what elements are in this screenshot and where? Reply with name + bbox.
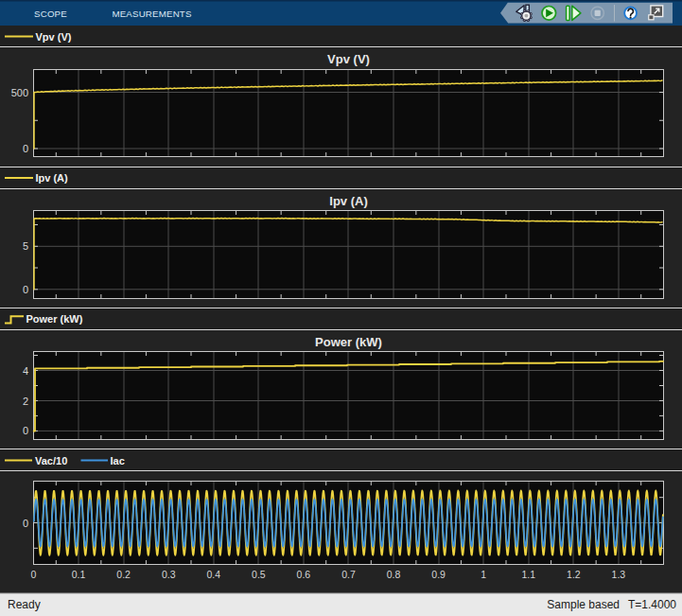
svg-text:0.4: 0.4 — [206, 569, 220, 580]
svg-text:0.5: 0.5 — [252, 569, 266, 580]
svg-text:Vac/10: Vac/10 — [35, 455, 67, 466]
svg-text:2: 2 — [23, 396, 28, 407]
svg-text:Power (kW): Power (kW) — [26, 313, 83, 325]
svg-text:0.9: 0.9 — [431, 569, 446, 580]
svg-text:Ipv (A): Ipv (A) — [36, 172, 69, 184]
svg-text:Iac: Iac — [111, 455, 125, 466]
svg-text:500: 500 — [11, 87, 28, 98]
svg-text:Ready: Ready — [8, 598, 41, 611]
svg-text:4: 4 — [23, 365, 28, 377]
svg-text:1: 1 — [481, 569, 486, 580]
svg-text:0: 0 — [23, 425, 28, 436]
svg-text:1.3: 1.3 — [612, 569, 626, 580]
svg-text:SCOPE: SCOPE — [34, 9, 67, 19]
svg-text:Power (kW): Power (kW) — [315, 335, 382, 349]
svg-text:5: 5 — [23, 240, 28, 252]
svg-text:Vpv (V): Vpv (V) — [327, 52, 370, 66]
svg-text:0.3: 0.3 — [162, 569, 176, 580]
svg-text:0: 0 — [31, 569, 37, 580]
svg-text:1.2: 1.2 — [567, 569, 581, 580]
svg-text:0.7: 0.7 — [341, 569, 356, 580]
svg-text:Ipv (A): Ipv (A) — [329, 194, 367, 208]
svg-text:0: 0 — [23, 143, 28, 154]
svg-text:1.1: 1.1 — [521, 569, 535, 580]
svg-text:T=1.4000: T=1.4000 — [628, 598, 676, 611]
svg-text:Vpv (V): Vpv (V) — [36, 31, 72, 43]
svg-text:0.1: 0.1 — [72, 569, 86, 580]
svg-text:0.6: 0.6 — [297, 569, 311, 580]
svg-text:0.2: 0.2 — [116, 569, 131, 580]
svg-text:0: 0 — [23, 284, 28, 295]
svg-text:MEASUREMENTS: MEASUREMENTS — [112, 9, 192, 19]
svg-text:0: 0 — [23, 518, 28, 529]
svg-text:0.8: 0.8 — [387, 569, 401, 580]
svg-text:Sample based: Sample based — [547, 598, 620, 611]
